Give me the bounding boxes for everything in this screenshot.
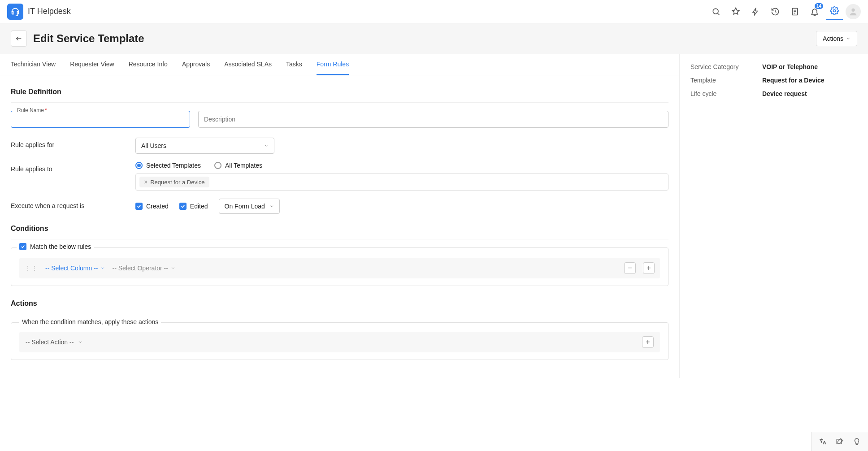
checkbox-created[interactable]: Created <box>135 203 169 210</box>
tab-associated-slas[interactable]: Associated SLAs <box>224 54 272 75</box>
label-execute-when: Execute when a request is <box>11 199 127 209</box>
match-rules-label: Match the below rules <box>30 243 91 250</box>
execute-timing-value: On Form Load <box>225 203 265 210</box>
remove-condition-button[interactable]: − <box>624 262 636 274</box>
add-condition-button[interactable]: + <box>643 262 655 274</box>
actions-box: When the condition matches, apply these … <box>11 322 668 360</box>
page-bar: Edit Service Template Actions <box>0 23 868 54</box>
actions-inner: -- Select Action -- + <box>11 323 668 352</box>
svg-point-7 <box>851 8 855 11</box>
app-title: IT Helpdesk <box>28 7 71 16</box>
drag-handle-icon[interactable]: ⋮⋮ <box>25 265 38 272</box>
rule-def-row: Rule Name* <box>11 111 668 128</box>
applies-to-radio-group: Selected Templates All Templates <box>135 162 668 169</box>
applies-for-value: All Users <box>141 142 166 149</box>
main-panel: Technician View Requester View Resource … <box>0 54 680 378</box>
conditions-box: Match the below rules ⋮⋮ -- Select Colum… <box>11 247 668 286</box>
svg-line-1 <box>718 13 720 15</box>
bell-icon[interactable]: 14 <box>806 3 823 20</box>
meta-value: Device request <box>762 90 807 97</box>
conditions-header: Match the below rules <box>17 243 94 250</box>
side-panel: Service Category VOIP or Telephone Templ… <box>680 54 868 378</box>
tab-form-rules[interactable]: Form Rules <box>317 54 349 75</box>
meta-life-cycle: Life cycle Device request <box>690 90 857 97</box>
header-left: IT Helpdesk <box>7 4 71 20</box>
actions-button[interactable]: Actions <box>816 31 857 46</box>
radio-all-templates[interactable]: All Templates <box>214 162 262 169</box>
tab-requester-view[interactable]: Requester View <box>70 54 114 75</box>
search-icon[interactable] <box>707 3 725 20</box>
page-title: Edit Service Template <box>33 32 144 45</box>
checkbox-edited[interactable]: Edited <box>179 203 208 210</box>
page-left: Edit Service Template <box>11 30 144 47</box>
row-execute-when: Execute when a request is Created Edited… <box>11 199 668 214</box>
execute-timing-select[interactable]: On Form Load <box>219 199 280 214</box>
notification-badge: 14 <box>815 3 823 9</box>
rule-name-wrap: Rule Name* <box>11 111 190 128</box>
meta-value: VOIP or Telephone <box>762 63 818 70</box>
label-applies-to: Rule applies to <box>11 162 127 173</box>
tab-resource-info[interactable]: Resource Info <box>129 54 168 75</box>
radio-all-label: All Templates <box>225 162 262 169</box>
condition-row: ⋮⋮ -- Select Column -- -- Select Operato… <box>19 258 660 278</box>
label-applies-for: Rule applies for <box>11 138 127 148</box>
radio-selected-label: Selected Templates <box>146 162 201 169</box>
section-rule-definition: Rule Definition <box>11 88 668 96</box>
selected-templates-area[interactable]: × Request for a Device <box>135 173 668 191</box>
divider <box>11 239 668 239</box>
select-action[interactable]: -- Select Action -- <box>26 338 82 346</box>
tab-tasks[interactable]: Tasks <box>286 54 302 75</box>
pin-icon[interactable] <box>727 3 744 20</box>
tab-approvals[interactable]: Approvals <box>182 54 210 75</box>
meta-label: Life cycle <box>690 90 762 97</box>
meta-label: Service Category <box>690 63 762 70</box>
divider <box>11 314 668 314</box>
select-operator[interactable]: -- Select Operator -- <box>112 265 175 272</box>
avatar[interactable] <box>846 4 861 19</box>
action-row: -- Select Action -- + <box>19 332 660 352</box>
header-right: 14 <box>707 3 861 20</box>
history-icon[interactable] <box>767 3 784 20</box>
tab-technician-view[interactable]: Technician View <box>11 54 56 75</box>
rule-name-label: Rule Name* <box>15 107 49 113</box>
description-input[interactable] <box>198 111 668 128</box>
meta-template: Template Request for a Device <box>690 77 857 84</box>
chip-label: Request for a Device <box>150 179 204 186</box>
layout: Technician View Requester View Resource … <box>0 54 868 378</box>
checkbox-edited-label: Edited <box>190 203 208 210</box>
back-button[interactable] <box>11 30 27 47</box>
actions-header: When the condition matches, apply these … <box>19 318 161 325</box>
section-conditions: Conditions <box>11 225 668 233</box>
svg-point-6 <box>833 10 836 12</box>
app-logo <box>7 4 23 20</box>
notes-icon[interactable] <box>786 3 803 20</box>
form-body: Rule Definition Rule Name* Rule applies … <box>0 75 679 378</box>
applies-for-select[interactable]: All Users <box>135 138 274 154</box>
meta-service-category: Service Category VOIP or Telephone <box>690 63 857 70</box>
section-actions: Actions <box>11 299 668 308</box>
tabs: Technician View Requester View Resource … <box>0 54 679 75</box>
conditions-inner: ⋮⋮ -- Select Column -- -- Select Operato… <box>11 248 668 278</box>
template-chip: × Request for a Device <box>139 177 209 187</box>
checkbox-created-label: Created <box>146 203 169 210</box>
divider <box>11 102 668 103</box>
row-applies-to: Rule applies to Selected Templates All T… <box>11 162 668 191</box>
meta-value: Request for a Device <box>762 77 825 84</box>
radio-selected-templates[interactable]: Selected Templates <box>135 162 201 169</box>
add-action-button[interactable]: + <box>642 336 654 348</box>
settings-icon[interactable] <box>826 3 843 20</box>
row-applies-for: Rule applies for All Users <box>11 138 668 154</box>
checkbox-match-rules[interactable]: Match the below rules <box>19 243 91 250</box>
chip-remove-icon[interactable]: × <box>144 178 148 186</box>
select-column[interactable]: -- Select Column -- <box>45 265 105 272</box>
app-header: IT Helpdesk 14 <box>0 0 868 23</box>
meta-label: Template <box>690 77 762 84</box>
actions-label: Actions <box>823 35 843 42</box>
svg-point-0 <box>713 9 718 14</box>
description-wrap <box>198 111 668 128</box>
execute-when-group: Created Edited On Form Load <box>135 199 280 214</box>
bolt-icon[interactable] <box>747 3 764 20</box>
